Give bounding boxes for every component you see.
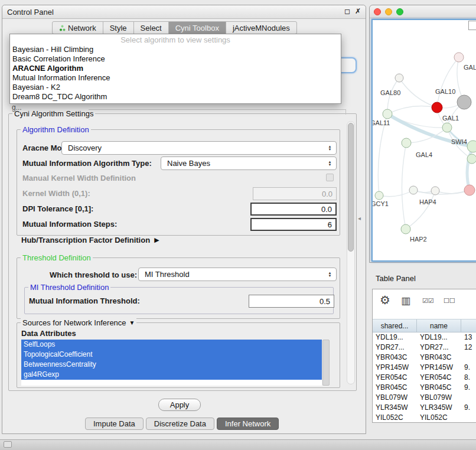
tab-network[interactable]: Network <box>53 22 103 34</box>
table-row[interactable]: YPR145WYPR145W9. <box>373 363 476 373</box>
network-node[interactable] <box>467 154 476 164</box>
network-node[interactable] <box>383 109 392 119</box>
table-cell: YDR27... <box>373 343 417 353</box>
table-row[interactable]: YBR043CYBR043C <box>373 353 476 363</box>
manual-kernel-label: Manual Kernel Width Definition <box>22 174 136 182</box>
birdseye-box[interactable] <box>468 21 476 30</box>
network-node[interactable] <box>442 123 452 132</box>
apply-button[interactable]: Apply <box>158 399 201 411</box>
occluded-label-fragment: g... <box>12 103 22 112</box>
mi-type-select[interactable]: Naive Bayes ▲▼ <box>161 156 337 170</box>
table-cell: YBR043C <box>373 353 417 363</box>
table-cell: 9. <box>461 383 476 393</box>
tab-jactivemnodules[interactable]: jActiveMNodules <box>226 22 296 34</box>
node-label-gal1: GAL1 <box>442 115 459 122</box>
column-header-shared-[interactable]: shared... <box>373 319 417 332</box>
table-cell: YDL19... <box>373 332 417 343</box>
table-row[interactable]: YLR345WYLR345W9. <box>373 403 476 413</box>
network-node[interactable] <box>464 185 475 195</box>
algorithm-option-dream8-dc-tdc-algorithm[interactable]: Dream8 DC_TDC Algorithm <box>10 92 341 102</box>
network-node[interactable] <box>431 187 439 195</box>
kernel-width-field: 0.0 <box>253 187 337 200</box>
network-node[interactable] <box>402 138 411 148</box>
attribute-item-gal4rgexp[interactable]: gal4RGexp <box>21 370 322 380</box>
status-strip <box>0 439 476 450</box>
hub-definition-toggle[interactable]: Hub/Transcription Factor Definition ▶ <box>21 236 159 244</box>
network-window-titlebar[interactable] <box>370 5 476 18</box>
occluded-groupbox-edge <box>89 109 346 115</box>
table-row[interactable]: YDL19...YDL19...13 <box>373 332 476 343</box>
network-canvas-svg: GAL80GAL10GAL11GAL1SWI4GAL4GCY1HAP4HAP2G… <box>373 20 476 260</box>
algorithm-definition-group: Algorithm Definition Aracne Mode: Discov… <box>17 129 340 236</box>
close-button[interactable] <box>374 8 381 15</box>
table-cell <box>461 393 476 403</box>
attribute-item-topologicalcoefficient[interactable]: TopologicalCoefficient <box>21 350 322 360</box>
network-node[interactable] <box>409 186 418 194</box>
splitter-collapse-icon[interactable]: ◂ <box>358 215 361 221</box>
column-header-partial[interactable] <box>461 319 476 332</box>
mi-steps-field[interactable]: 6 <box>250 218 337 231</box>
network-edge <box>379 190 413 197</box>
network-node[interactable] <box>457 95 471 109</box>
network-node[interactable] <box>395 74 403 82</box>
control-panel-title: Control Panel <box>7 8 54 17</box>
attribute-item-selfloops[interactable]: SelfLoops <box>21 340 322 350</box>
bottom-tab-discretize-data[interactable]: Discretize Data <box>146 418 214 430</box>
attributes-scrollbar[interactable] <box>322 340 330 386</box>
dpi-tolerance-field[interactable]: 0.0 <box>250 203 337 216</box>
network-canvas[interactable]: GAL80GAL10GAL11GAL1SWI4GAL4GCY1HAP4HAP2G… <box>371 19 476 262</box>
algorithm-option-basic-correlation-inference[interactable]: Basic Correlation Inference <box>10 54 341 64</box>
table-row[interactable]: YDR27...YDR27...12 <box>373 343 476 353</box>
columns-icon[interactable]: ▥ <box>401 295 410 307</box>
settings-scrollbar-thumb[interactable] <box>348 123 354 252</box>
network-icon <box>59 25 66 31</box>
table-cell: YDL19... <box>417 332 461 343</box>
minimize-button[interactable] <box>385 8 392 15</box>
zoom-button[interactable] <box>396 8 403 15</box>
which-threshold-select[interactable]: MI Threshold ▲▼ <box>138 268 337 281</box>
select-all-icon[interactable]: ☑☑ <box>422 297 434 305</box>
network-edge <box>406 128 447 143</box>
algorithm-option-bayesian-hill-climbing[interactable]: Bayesian - Hill Climbing <box>10 45 341 54</box>
control-panel-titlebar[interactable]: Control Panel ◻ ✗ <box>2 5 366 19</box>
network-node[interactable] <box>401 224 410 234</box>
bottom-tab-infer-network[interactable]: Infer Network <box>217 418 279 430</box>
algorithm-option-bayesian-k2[interactable]: Bayesian - K2 <box>10 83 341 92</box>
network-node[interactable] <box>432 102 442 113</box>
aracne-mode-select[interactable]: Discovery ▲▼ <box>61 141 337 155</box>
deselect-all-icon[interactable]: ☐☐ <box>444 297 455 305</box>
column-header-name[interactable]: name <box>417 319 461 332</box>
mi-threshold-field[interactable]: 0.5 <box>249 295 334 308</box>
sources-title[interactable]: Sources for Network Inference ▼ <box>21 318 136 327</box>
attribute-item-betweennesscentrality[interactable]: BetweennessCentrality <box>21 360 322 370</box>
network-edge <box>402 143 406 229</box>
node-label-gcy1: GCY1 <box>373 200 389 207</box>
float-window-icon[interactable]: ◻ <box>344 7 350 15</box>
node-label-gal80: GAL80 <box>380 89 400 96</box>
table-header: shared...name <box>373 319 476 332</box>
table-cell: YBL079W <box>417 393 461 403</box>
table-cell: YLR345W <box>417 403 461 413</box>
tab-label: Style <box>110 24 127 32</box>
table-row[interactable]: YBL079WYBL079W <box>373 393 476 403</box>
bottom-tab-impute-data[interactable]: Impute Data <box>85 418 144 430</box>
tab-cyni-toolbox[interactable]: Cyni Toolbox <box>169 22 226 34</box>
tab-label: Select <box>141 24 162 32</box>
table-row[interactable]: YBR045CYBR045C9. <box>373 383 476 393</box>
gear-icon[interactable]: ⚙ <box>380 293 390 307</box>
table-row[interactable]: YER054CYER054C8. <box>373 373 476 383</box>
table-toolbar: ⚙ ▥ ☑☑ ☐☐ <box>373 289 476 319</box>
network-node[interactable] <box>467 141 476 152</box>
tab-label: jActiveMNodules <box>233 24 290 32</box>
algorithm-option-mutual-information-inference[interactable]: Mutual Information Inference <box>10 73 341 83</box>
close-panel-icon[interactable]: ✗ <box>355 7 361 15</box>
network-node[interactable] <box>454 53 464 62</box>
tab-select[interactable]: Select <box>134 22 169 34</box>
network-node[interactable] <box>375 191 383 200</box>
settings-scrollbar[interactable] <box>347 121 355 384</box>
algorithm-option-aracne-algorithm[interactable]: ARACNE Algorithm <box>10 64 341 73</box>
panel-dock-icon[interactable] <box>4 441 12 448</box>
tab-style[interactable]: Style <box>103 22 134 34</box>
table-row[interactable]: YIL052CYIL052C <box>373 413 476 422</box>
dpi-tolerance-label: DPI Tolerance [0,1]: <box>22 204 93 213</box>
